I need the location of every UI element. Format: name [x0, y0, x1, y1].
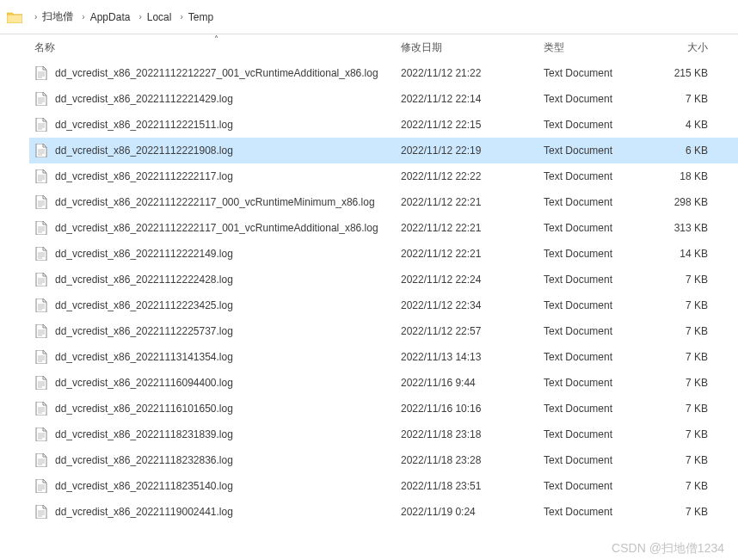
- file-type: Text Document: [544, 119, 655, 131]
- file-date: 2022/11/12 22:21: [401, 196, 544, 208]
- file-size: 7 KB: [655, 403, 716, 415]
- file-type: Text Document: [544, 196, 655, 208]
- file-size: 14 KB: [655, 248, 716, 260]
- column-header-size[interactable]: 大小: [655, 40, 716, 55]
- text-file-icon: [34, 144, 48, 157]
- file-type: Text Document: [544, 145, 655, 157]
- text-file-icon: [34, 247, 48, 261]
- chevron-right-icon: ›: [82, 12, 84, 22]
- file-date: 2022/11/12 22:57: [401, 325, 544, 337]
- file-type: Text Document: [544, 480, 655, 492]
- file-row[interactable]: dd_vcredist_x86_20221112222149.log2022/1…: [29, 241, 738, 267]
- file-size: 7 KB: [655, 93, 716, 105]
- breadcrumb[interactable]: › Temp: [173, 0, 215, 34]
- text-file-icon: [34, 402, 48, 415]
- file-size: 7 KB: [655, 325, 716, 337]
- chevron-right-icon: ›: [34, 12, 37, 22]
- file-date: 2022/11/13 14:13: [401, 351, 544, 363]
- file-size: 7 KB: [655, 454, 716, 466]
- file-name: dd_vcredist_x86_20221112222149.log: [55, 248, 233, 260]
- file-size: 6 KB: [655, 145, 716, 157]
- sort-asc-icon: ˄: [214, 34, 218, 44]
- text-file-icon: [34, 453, 48, 467]
- file-row[interactable]: dd_vcredist_x86_20221112225737.log2022/1…: [29, 318, 738, 344]
- address-bar[interactable]: › 扫地僧 › AppData › Local › Temp: [0, 0, 738, 34]
- breadcrumb[interactable]: › Local: [132, 0, 173, 34]
- file-row[interactable]: dd_vcredist_x86_20221112221908.log2022/1…: [29, 138, 738, 163]
- file-date: 2022/11/12 22:22: [401, 170, 544, 182]
- breadcrumb[interactable]: › 扫地僧: [28, 0, 75, 34]
- file-date: 2022/11/18 23:18: [401, 428, 544, 440]
- text-file-icon: [34, 350, 48, 364]
- file-row[interactable]: dd_vcredist_x86_20221112222428.log2022/1…: [29, 267, 738, 292]
- file-name: dd_vcredist_x86_20221112222117_001_vcRun…: [55, 222, 378, 234]
- file-row[interactable]: dd_vcredist_x86_20221118232836.log2022/1…: [29, 447, 738, 473]
- file-name: dd_vcredist_x86_20221118235140.log: [55, 480, 233, 492]
- file-row[interactable]: dd_vcredist_x86_20221119002441.log2022/1…: [29, 499, 738, 525]
- file-row[interactable]: dd_vcredist_x86_20221116101650.log2022/1…: [29, 396, 738, 422]
- file-type: Text Document: [544, 454, 655, 466]
- file-size: 7 KB: [655, 274, 716, 286]
- file-list[interactable]: dd_vcredist_x86_20221112212227_001_vcRun…: [29, 60, 738, 525]
- file-type: Text Document: [544, 506, 655, 518]
- file-row[interactable]: dd_vcredist_x86_20221112221429.log2022/1…: [29, 86, 738, 112]
- text-file-icon: [34, 169, 48, 183]
- file-size: 7 KB: [655, 480, 716, 492]
- file-type: Text Document: [544, 67, 655, 79]
- file-name: dd_vcredist_x86_20221112221511.log: [55, 119, 233, 131]
- column-header-type[interactable]: 类型: [544, 40, 655, 55]
- file-row[interactable]: dd_vcredist_x86_20221112212227_001_vcRun…: [29, 60, 738, 86]
- folder-icon: [7, 11, 22, 23]
- file-type: Text Document: [544, 377, 655, 389]
- file-date: 2022/11/12 22:21: [401, 248, 544, 260]
- file-size: 313 KB: [655, 222, 716, 234]
- file-row[interactable]: dd_vcredist_x86_20221112222117.log2022/1…: [29, 163, 738, 189]
- file-row[interactable]: dd_vcredist_x86_20221118231839.log2022/1…: [29, 422, 738, 447]
- file-size: 7 KB: [655, 428, 716, 440]
- file-date: 2022/11/16 9:44: [401, 377, 544, 389]
- file-name: dd_vcredist_x86_20221112222117_000_vcRun…: [55, 196, 375, 208]
- file-type: Text Document: [544, 274, 655, 286]
- text-file-icon: [34, 195, 48, 209]
- text-file-icon: [34, 479, 48, 493]
- file-type: Text Document: [544, 403, 655, 415]
- breadcrumb[interactable]: › AppData: [75, 0, 132, 34]
- file-name: dd_vcredist_x86_20221118232836.log: [55, 454, 233, 466]
- file-name: dd_vcredist_x86_20221112223425.log: [55, 299, 233, 311]
- file-name: dd_vcredist_x86_20221116094400.log: [55, 377, 233, 389]
- text-file-icon: [34, 428, 48, 441]
- file-name: dd_vcredist_x86_20221112222428.log: [55, 274, 233, 286]
- file-date: 2022/11/12 22:19: [401, 145, 544, 157]
- column-header-date[interactable]: 修改日期: [401, 40, 544, 55]
- file-size: 298 KB: [655, 196, 716, 208]
- svg-rect-0: [7, 15, 22, 23]
- file-name: dd_vcredist_x86_20221116101650.log: [55, 403, 233, 415]
- file-row[interactable]: dd_vcredist_x86_20221112223425.log2022/1…: [29, 292, 738, 318]
- file-size: 18 KB: [655, 170, 716, 182]
- file-size: 215 KB: [655, 67, 716, 79]
- file-row[interactable]: dd_vcredist_x86_20221112222117_000_vcRun…: [29, 189, 738, 215]
- file-type: Text Document: [544, 170, 655, 182]
- file-type: Text Document: [544, 93, 655, 105]
- file-size: 7 KB: [655, 299, 716, 311]
- file-row[interactable]: dd_vcredist_x86_20221112221511.log2022/1…: [29, 112, 738, 138]
- file-type: Text Document: [544, 325, 655, 337]
- file-date: 2022/11/12 22:24: [401, 274, 544, 286]
- breadcrumb-label: Temp: [188, 11, 213, 23]
- text-file-icon: [34, 118, 48, 132]
- file-row[interactable]: dd_vcredist_x86_20221113141354.log2022/1…: [29, 344, 738, 370]
- file-date: 2022/11/16 10:16: [401, 403, 544, 415]
- file-type: Text Document: [544, 222, 655, 234]
- file-date: 2022/11/12 21:22: [401, 67, 544, 79]
- breadcrumb-label: AppData: [90, 11, 131, 23]
- file-name: dd_vcredist_x86_20221113141354.log: [55, 351, 233, 363]
- file-date: 2022/11/18 23:51: [401, 480, 544, 492]
- file-date: 2022/11/18 23:28: [401, 454, 544, 466]
- file-row[interactable]: dd_vcredist_x86_20221116094400.log2022/1…: [29, 370, 738, 396]
- file-type: Text Document: [544, 248, 655, 260]
- file-row[interactable]: dd_vcredist_x86_20221118235140.log2022/1…: [29, 473, 738, 499]
- file-date: 2022/11/12 22:21: [401, 222, 544, 234]
- text-file-icon: [34, 376, 48, 390]
- file-row[interactable]: dd_vcredist_x86_20221112222117_001_vcRun…: [29, 215, 738, 241]
- file-type: Text Document: [544, 351, 655, 363]
